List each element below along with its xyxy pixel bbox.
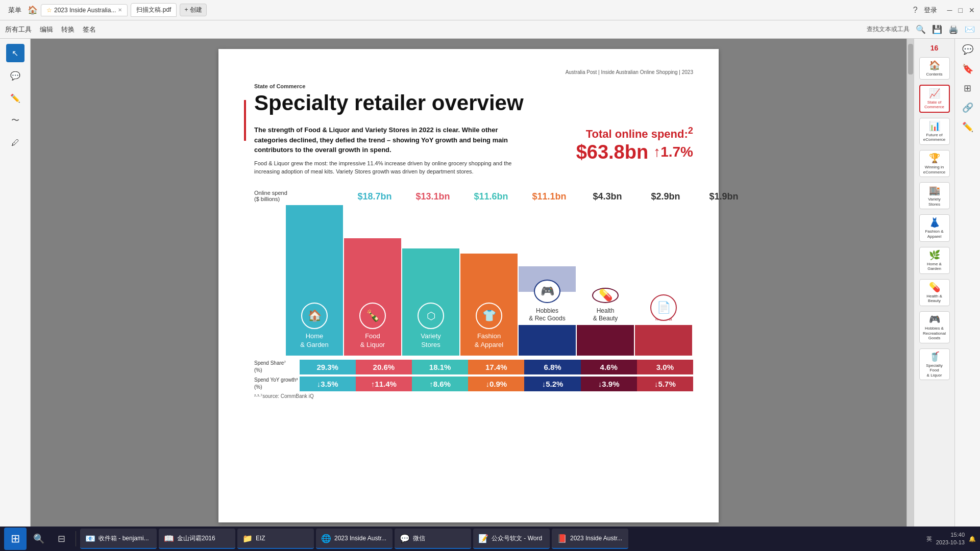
login-button[interactable]: 登录 (924, 6, 937, 15)
variety-icon-symbol: ⬡ (427, 310, 435, 322)
section-label: State of Commerce (254, 83, 693, 89)
media-icon-symbol: 📄 (657, 301, 671, 314)
highlight-tool[interactable]: ✏️ (6, 89, 24, 107)
sidebar-icon-food: 🥤 (929, 351, 940, 362)
sidebar-label-hobbies: Hobbies &RecreationalGoods (923, 326, 946, 341)
spend-share-row: Spend Share⁷ (%) 29.3% 20.6% 18.1% 17.4%… (254, 360, 693, 374)
panel-icon-2[interactable]: 🔖 (962, 63, 973, 74)
share-health: 4.6% (581, 360, 637, 374)
pdf-page: Australia Post | Inside Australian Onlin… (218, 49, 719, 522)
panel-icon-5[interactable]: ✏️ (962, 121, 973, 133)
food-icon-symbol: 🍾 (366, 309, 380, 322)
menu-button[interactable]: 菜单 (5, 5, 24, 16)
sidebar-label-home: Home &Garden (927, 262, 942, 271)
taskbar-app-dict[interactable]: 📖 金山词霸2016 (159, 529, 235, 549)
home-icon-symbol: 🏠 (308, 309, 322, 322)
eiz-app-label: EIZ (256, 535, 265, 542)
right-icon-panel: 💬 🔖 ⊞ 🔗 ✏️ (954, 39, 980, 533)
share-icon[interactable]: ✉️ (965, 24, 975, 34)
bar-health-bottom (577, 325, 634, 356)
yoy-hobbies: ↓5.2% (524, 377, 580, 391)
stamp-tool[interactable]: 🖊 (6, 134, 24, 152)
bar-icon-home: 🏠 (301, 303, 328, 329)
select-tool[interactable]: ↖ (6, 44, 24, 62)
sidebar-label-future: Future ofeCommerce (923, 133, 946, 142)
taskbar-search[interactable]: 🔍 (29, 529, 49, 549)
help-icon[interactable]: ? (913, 6, 918, 15)
start-button[interactable]: ⊞ (4, 528, 27, 550)
taskbar-app-browser[interactable]: 🌐 2023 Inside Austr... (316, 529, 393, 549)
bar-icon-media: 📄 (650, 294, 677, 321)
bar-col-health: 💊 Health& Beauty (577, 277, 634, 356)
sidebar-thumb-contents[interactable]: 🏠 Contents (919, 57, 950, 80)
pdf-scrollbar[interactable] (906, 39, 914, 533)
sidebar-icon-hobbies: 🎮 (929, 314, 940, 325)
panel-icon-3[interactable]: ⊞ (964, 83, 971, 94)
minimize-button[interactable]: ─ (947, 6, 952, 14)
yoy-health: ↓3.9% (581, 377, 637, 391)
sidebar-thumb-fashion[interactable]: 👗 Fashion &Apparel (919, 214, 950, 241)
window-controls: ─ □ ✕ (947, 6, 975, 14)
save-icon[interactable]: 💾 (932, 24, 942, 34)
bar-icon-health: 💊 (592, 288, 619, 303)
sidebar-label-winning: Winning ineCommerce (923, 165, 946, 174)
sidebar-thumb-food[interactable]: 🥤 Specialty Food& Liquor (919, 348, 950, 381)
taskbar-app-pdf[interactable]: 📕 2023 Inside Austr... (552, 529, 628, 549)
draw-tool[interactable]: 〜 (6, 111, 24, 130)
taskbar-app-eiz[interactable]: 📁 EIZ (237, 529, 314, 549)
tab-pdf2[interactable]: 扫描文稿.pdf (131, 3, 177, 17)
bar-value-1: $13.1bn (404, 191, 461, 202)
bar-col-variety: ⬡ VarietyStores (402, 248, 459, 356)
desc-sub-text: Food & Liquor grew the most: the impress… (254, 159, 530, 176)
bar-variety: ⬡ VarietyStores (402, 248, 459, 356)
sidebar-thumb-hobbies[interactable]: 🎮 Hobbies &RecreationalGoods (919, 311, 950, 343)
scroll-thumb[interactable] (908, 44, 913, 74)
pdf-app-label: 2023 Inside Austr... (570, 535, 622, 542)
yoy-fashion: ↓0.9% (468, 377, 524, 391)
taskbar-time: 15:40 (936, 531, 965, 539)
panel-icon-4[interactable]: 🔗 (962, 102, 973, 113)
bar-media-bottom (635, 325, 692, 356)
print-icon[interactable]: 🖨️ (948, 24, 959, 34)
tab-star-icon: ☆ (46, 7, 52, 14)
health-icon-symbol: 💊 (599, 289, 612, 302)
taskbar-app-wechat[interactable]: 💬 微信 (395, 529, 471, 549)
edit-menu[interactable]: 编辑 (40, 25, 53, 34)
yoy-row: Spend YoY growth³ (%) ↓3.5% ↑11.4% ↑8.6%… (254, 377, 693, 391)
search-icon[interactable]: 🔍 (916, 24, 926, 34)
sidebar-thumb-health[interactable]: 💊 Health &Beauty (919, 279, 950, 306)
sidebar-thumb-future[interactable]: 📊 Future ofeCommerce (919, 118, 950, 145)
tab-pdf1[interactable]: ☆ 2023 Inside Australia... ✕ (41, 4, 128, 16)
chart-bars-area: 🏠 Home& Garden 🍾 Food& Liqu (254, 205, 693, 356)
close-button[interactable]: ✕ (969, 6, 975, 14)
taskbar-lang[interactable]: 英 (926, 535, 932, 543)
share-home: 29.3% (300, 360, 356, 374)
sign-menu[interactable]: 签名 (83, 25, 96, 34)
sidebar-icon-future: 📊 (929, 120, 940, 132)
page-meta: Australia Post | Inside Australian Onlin… (244, 69, 693, 75)
comment-tool[interactable]: 💬 (6, 66, 24, 85)
bar-label-food: Food& Liquor (360, 332, 385, 349)
tab-close-icon[interactable]: ✕ (118, 7, 122, 13)
bar-col-food: 🍾 Food& Liquor (344, 238, 401, 356)
all-tools-menu[interactable]: 所有工具 (5, 25, 32, 34)
panel-icon-1[interactable]: 💬 (962, 44, 973, 55)
taskbar-app-word[interactable]: 📝 公众号软文 - Word (473, 529, 550, 549)
taskbar-app-mail[interactable]: 📧 收件箱 - benjami... (80, 529, 157, 549)
maximize-button[interactable]: □ (959, 6, 963, 14)
sidebar-thumb-home[interactable]: 🌿 Home &Garden (919, 247, 950, 274)
home-icon[interactable]: 🏠 (28, 5, 38, 15)
sidebar-thumb-winning[interactable]: 🏆 Winning ineCommerce (919, 150, 950, 177)
share-hobbies: 6.8% (524, 360, 580, 374)
convert-menu[interactable]: 转换 (61, 25, 75, 34)
mail-app-label: 收件箱 - benjami... (99, 534, 149, 543)
share-fashion: 17.4% (468, 360, 524, 374)
sidebar-thumb-state[interactable]: 📈 State ofCommerce (919, 85, 950, 113)
sidebar-icon-fashion: 👗 (929, 217, 940, 228)
sidebar-thumb-variety[interactable]: 🏬 VarietyStores (919, 182, 950, 209)
desc-main-text: The strength of Food & Liquor and Variet… (254, 125, 530, 155)
sidebar-label-fashion: Fashion &Apparel (925, 229, 943, 239)
taskbar-notification[interactable]: 🔔 (969, 536, 976, 542)
taskbar-task-view[interactable]: ⊟ (51, 529, 71, 549)
new-tab-button[interactable]: + 创建 (180, 4, 206, 16)
